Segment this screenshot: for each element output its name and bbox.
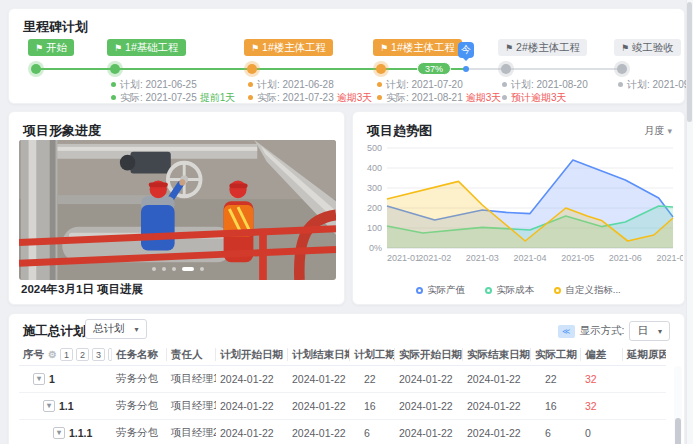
milestone-panel: 里程碑计划 ⚑开始⚑1#基础工程计划: 2021-06-25实际: 2021-0… — [8, 8, 685, 104]
site-photo[interactable] — [19, 140, 336, 280]
table-row[interactable]: ▾1.1.1劳务分包项目经理22024-01-222024-01-2262024… — [19, 420, 666, 444]
carousel-dot[interactable] — [172, 267, 176, 271]
milestone-node[interactable] — [110, 64, 120, 74]
svg-text:300: 300 — [367, 183, 382, 193]
milestone-timeline: ⚑开始⚑1#基础工程计划: 2021-06-25实际: 2021-07-25提前… — [9, 9, 684, 103]
flag-icon: ⚑ — [380, 43, 388, 53]
milestone-badge[interactable]: ⚑1#基础工程 — [107, 39, 186, 56]
trend-range-value: 月度 — [644, 125, 664, 136]
milestone-dates: 计划: 2021-09-30 — [618, 78, 693, 91]
carousel-dot[interactable] — [152, 267, 156, 271]
page-scrollbar[interactable] — [686, 0, 693, 444]
milestone-node[interactable] — [501, 64, 511, 74]
milestone-badge[interactable]: ⚑2#楼主体工程 — [498, 39, 587, 56]
column-header: 实际结束日期 — [463, 348, 531, 361]
project-dashboard: { "icons": { "flag": "⚑", "chevron_down"… — [0, 0, 693, 444]
trend-range-select[interactable]: 月度▾ — [644, 124, 672, 138]
svg-text:2021-06: 2021-06 — [609, 253, 642, 263]
svg-text:2021-05: 2021-05 — [561, 253, 594, 263]
milestone-badge[interactable]: ⚑开始 — [28, 39, 74, 56]
column-header: 责任人 — [167, 348, 216, 361]
trend-title: 项目趋势图 — [367, 122, 432, 140]
deviation-value: 32 — [581, 400, 623, 412]
svg-text:2021-02: 2021-02 — [418, 253, 451, 263]
carousel-dots[interactable] — [19, 262, 336, 274]
timeline-line-future — [466, 68, 622, 70]
milestone-plan-date: 计划: 2021-08-20 — [502, 78, 588, 91]
expand-icon[interactable]: ▾ — [33, 373, 45, 385]
milestone-dates: 计划: 2021-08-20预计逾期3天 — [502, 78, 588, 104]
milestone-node[interactable] — [376, 64, 386, 74]
trend-chart-panel: 项目趋势图 月度▾ 5004003002001000%2021-012021-0… — [352, 111, 685, 305]
milestone-node[interactable] — [247, 64, 257, 74]
legend-item[interactable]: 实际产值 — [416, 284, 465, 297]
column-header: 延期原因 — [623, 348, 666, 361]
milestone-node[interactable] — [617, 64, 627, 74]
svg-text:2021-03: 2021-03 — [466, 253, 499, 263]
table-row[interactable]: ▾1.1劳务分包项目经理12024-01-222024-01-22162024-… — [19, 393, 666, 420]
display-mode-label: 显示方式: — [580, 324, 625, 338]
svg-text:100: 100 — [367, 223, 382, 233]
gear-icon[interactable]: ⚙ — [48, 348, 57, 361]
table-scrollbar[interactable] — [674, 366, 682, 444]
milestone-forecast: 预计逾期3天 — [502, 91, 588, 104]
carousel-dot[interactable] — [162, 267, 166, 271]
milestone-dates: 计划: 2021-06-25实际: 2021-07-25提前1天 — [111, 78, 235, 104]
photo-progress-panel: 项目形象进度 — [8, 111, 345, 305]
column-header: 序号⚙12345 — [19, 348, 112, 361]
display-mode-value: 日 — [637, 324, 648, 338]
legend-item[interactable]: 实际成本 — [485, 284, 534, 297]
photo-panel-title: 项目形象进度 — [23, 122, 101, 140]
milestone-actual-date: 实际: 2021-08-21逾期3天 — [377, 91, 501, 104]
milestone-actual-date: 实际: 2021-07-25提前1天 — [111, 91, 235, 104]
svg-text:200: 200 — [367, 203, 382, 213]
svg-text:2021-07: 2021-07 — [656, 253, 683, 263]
chevron-down-icon: ▾ — [658, 327, 662, 336]
milestone-badge[interactable]: ⚑1#楼主体工程 — [244, 39, 333, 56]
milestone-dates: 计划: 2021-06-28实际: 2021-07-23逾期3天 — [248, 78, 372, 104]
column-header: 计划结束日期 — [288, 348, 350, 361]
expand-icon[interactable]: ▾ — [53, 427, 65, 439]
svg-text:0%: 0% — [369, 243, 382, 253]
legend-marker-icon — [416, 287, 423, 294]
table-row[interactable]: ▾1劳务分包项目经理12024-01-222024-01-22222024-01… — [19, 366, 666, 393]
legend-item[interactable]: 自定义指标... — [554, 284, 620, 297]
level-button[interactable]: 2 — [76, 348, 89, 361]
display-mode-select[interactable]: 日▾ — [629, 321, 670, 341]
chevron-down-icon: ▾ — [135, 325, 139, 334]
level-button[interactable]: 3 — [92, 348, 105, 361]
chevron-down-icon: ▾ — [667, 126, 672, 136]
deviation-value: 32 — [581, 373, 623, 385]
column-header: 偏差 — [581, 348, 623, 361]
milestone-plan-date: 计划: 2021-06-25 — [111, 78, 235, 91]
chart-legend[interactable]: 实际产值实际成本自定义指标... — [353, 284, 684, 297]
legend-marker-icon — [485, 287, 492, 294]
level-button[interactable]: 1 — [60, 348, 73, 361]
progress-badge: 37% — [417, 62, 451, 75]
photo-caption: 2024年3月1日 项目进展 — [21, 282, 143, 297]
svg-text:500: 500 — [367, 143, 382, 153]
column-header: 计划工期 — [350, 348, 395, 361]
plan-table-title: 施工总计划 — [23, 323, 86, 340]
flag-icon: ⚑ — [621, 43, 629, 53]
milestone-node[interactable] — [31, 64, 41, 74]
deviation-value: 0 — [581, 427, 623, 439]
carousel-dot-active[interactable] — [182, 267, 194, 271]
carousel-dot[interactable] — [200, 267, 204, 271]
flag-icon: ⚑ — [114, 43, 122, 53]
flag-icon: ⚑ — [35, 43, 43, 53]
svg-text:400: 400 — [367, 163, 382, 173]
plan-type-select[interactable]: 总计划▾ — [85, 319, 147, 339]
construction-plan-panel: 施工总计划 总计划▾ ≪ 显示方式: 日▾ 序号⚙12345任务名称责任人计划开… — [8, 313, 685, 444]
column-header: 任务名称 — [112, 348, 167, 361]
milestone-plan-date: 计划: 2021-09-30 — [618, 78, 693, 91]
milestone-actual-date: 实际: 2021-07-23逾期3天 — [248, 91, 372, 104]
milestone-plan-date: 计划: 2021-06-28 — [248, 78, 372, 91]
svg-text:2021-01: 2021-01 — [387, 253, 420, 263]
expand-icon[interactable]: ▾ — [43, 400, 55, 412]
milestone-plan-date: 计划: 2021-07-20 — [377, 78, 501, 91]
collapse-icon[interactable]: ≪ — [558, 325, 575, 338]
milestone-badge[interactable]: ⚑1#楼主体工程 — [373, 39, 462, 56]
construction-photo-illustration — [19, 140, 336, 280]
milestone-badge[interactable]: ⚑竣工验收 — [614, 39, 681, 56]
